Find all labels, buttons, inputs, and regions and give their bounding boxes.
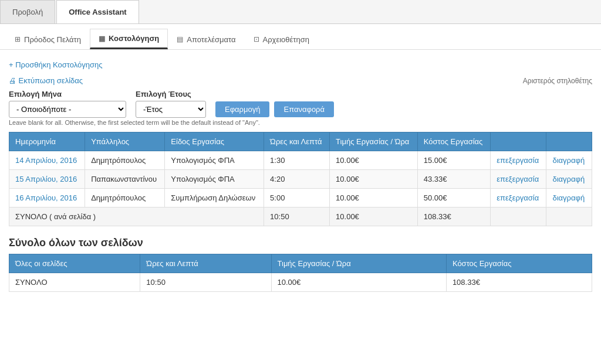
- tab-kostologisi[interactable]: ▦ Κοστολόγηση: [90, 29, 168, 49]
- main-table: Ημερομηνία Υπάλληλος Είδος Εργασίας Ώρες…: [9, 132, 592, 226]
- filter-main: Επιλογή Μήνα - Οποιοδήποτε - Επιλογή Έτο…: [9, 90, 334, 126]
- tab-apotelesmata[interactable]: ▤ Αποτελέσματα: [168, 29, 244, 49]
- tab-arxeiothethsi[interactable]: ⊡ Αρχειοθέτηση: [245, 29, 318, 49]
- print-section: 🖨 Εκτύπωση σελίδας Αριστερός στηλοθέτης: [9, 74, 592, 90]
- row-employee: Δημητρόπουλος: [85, 189, 165, 207]
- total-row: ΣΥΝΟΛΟ ( ανά σελίδα ) 10:50 10.00€ 108.3…: [9, 207, 592, 226]
- col-date: Ημερομηνία: [9, 132, 85, 151]
- row-action-delete: διαγραφή: [546, 189, 592, 207]
- top-tab-bar: Προβολή Office Assistant: [0, 0, 601, 24]
- row-rate: 10.00€: [330, 189, 418, 207]
- filter-year-label: Επιλογή Έτους: [136, 90, 206, 98]
- col-employee: Υπάλληλος: [85, 132, 165, 151]
- filter-hint: Leave blank for all. Otherwise, the firs…: [9, 119, 296, 126]
- row-worktype: Υπολογισμός ΦΠΑ: [165, 170, 264, 189]
- summary-header-row: Όλες οι σελίδες Ώρες και Λεπτά Τιμής Εργ…: [9, 254, 592, 273]
- summary-table: Όλες οι σελίδες Ώρες και Λεπτά Τιμής Εργ…: [9, 254, 592, 292]
- filter-year-select[interactable]: -Έτος: [136, 101, 206, 118]
- tab-office-assistant[interactable]: Office Assistant: [56, 0, 139, 23]
- filter-year-group: Επιλογή Έτους -Έτος: [136, 90, 206, 118]
- table-row: 16 Απριλίου, 2016 Δημητρόπουλος Συμπλήρω…: [9, 189, 592, 207]
- kostologisi-icon: ▦: [99, 35, 105, 43]
- row-action-delete: διαγραφή: [546, 151, 592, 170]
- row-action-edit: επεξεργασία: [491, 151, 546, 170]
- main-content: + Προσθήκη Κοστολόγησης 🖨 Εκτύπωση σελίδ…: [0, 50, 601, 298]
- col-action1: [491, 132, 546, 151]
- row-worktype: Συμπλήρωση Δηλώσεων: [165, 189, 264, 207]
- sum-cost: 108.33€: [446, 273, 592, 292]
- filter-month-select[interactable]: - Οποιοδήποτε -: [9, 101, 126, 118]
- apply-button[interactable]: Εφαρμογή: [215, 101, 269, 117]
- total-label: ΣΥΝΟΛΟ ( ανά σελίδα ): [9, 207, 264, 226]
- reset-button[interactable]: Επαναφορά: [274, 101, 334, 117]
- print-link[interactable]: 🖨 Εκτύπωση σελίδας: [9, 76, 83, 85]
- col-action2: [546, 132, 592, 151]
- sum-col-cost: Κόστος Εργασίας: [446, 254, 592, 273]
- filter-inline: Επιλογή Μήνα - Οποιοδήποτε - Επιλογή Έτο…: [9, 90, 334, 118]
- filter-month-label: Επιλογή Μήνα: [9, 90, 126, 98]
- add-kostologisi-link[interactable]: + Προσθήκη Κοστολόγησης: [9, 60, 103, 69]
- filter-month-group: Επιλογή Μήνα - Οποιοδήποτε -: [9, 90, 126, 118]
- apotelesmata-icon: ▤: [177, 35, 183, 43]
- tab-progress[interactable]: ⊞ Πρόοδος Πελάτη: [6, 29, 90, 49]
- row-cost: 15.00€: [417, 151, 490, 170]
- tab-arxeiothethsi-label: Αρχειοθέτηση: [263, 35, 309, 44]
- row-cost: 50.00€: [417, 189, 490, 207]
- row-action-edit: επεξεργασία: [491, 189, 546, 207]
- sum-rate: 10.00€: [271, 273, 446, 292]
- tab-kostologisi-label: Κοστολόγηση: [109, 34, 159, 43]
- table-row: 14 Απριλίου, 2016 Δημητρόπουλος Υπολογισ…: [9, 151, 592, 170]
- row-action-edit: επεξεργασία: [491, 170, 546, 189]
- table-row: 15 Απριλίου, 2016 Παπακωνσταντίνου Υπολο…: [9, 170, 592, 189]
- row-date: 14 Απριλίου, 2016: [9, 151, 85, 170]
- row-date: 16 Απριλίου, 2016: [9, 189, 85, 207]
- col-hours: Ώρες και Λεπτά: [264, 132, 330, 151]
- right-hint: Αριστερός στηλοθέτης: [523, 77, 592, 85]
- row-hours: 1:30: [264, 151, 330, 170]
- row-worktype: Υπολογισμός ΦΠΑ: [165, 151, 264, 170]
- row-action-delete: διαγραφή: [546, 170, 592, 189]
- col-rate: Τιμής Εργασίας / Ώρα: [330, 132, 418, 151]
- summary-row: ΣΥΝΟΛΟ 10:50 10.00€ 108.33€: [9, 273, 592, 292]
- sum-hours: 10:50: [140, 273, 271, 292]
- sum-col-label: Όλες οι σελίδες: [9, 254, 140, 273]
- col-cost: Κόστος Εργασίας: [417, 132, 490, 151]
- sub-tab-bar: ⊞ Πρόοδος Πελάτη ▦ Κοστολόγηση ▤ Αποτελέ…: [0, 24, 601, 50]
- row-hours: 5:00: [264, 189, 330, 207]
- row-rate: 10.00€: [330, 170, 418, 189]
- row-cost: 43.33€: [417, 170, 490, 189]
- row-employee: Παπακωνσταντίνου: [85, 170, 165, 189]
- col-worktype: Είδος Εργασίας: [165, 132, 264, 151]
- sum-col-rate: Τιμής Εργασίας / Ώρα: [271, 254, 446, 273]
- filter-wrapper: Επιλογή Μήνα - Οποιοδήποτε - Επιλογή Έτο…: [9, 90, 592, 126]
- tab-provolh[interactable]: Προβολή: [0, 0, 55, 23]
- tab-apotelesmata-label: Αποτελέσματα: [187, 35, 235, 44]
- table-header-row: Ημερομηνία Υπάλληλος Είδος Εργασίας Ώρες…: [9, 132, 592, 151]
- filter-actions: Εφαρμογή Επαναφορά: [215, 101, 334, 117]
- progress-icon: ⊞: [15, 35, 21, 43]
- tab-progress-label: Πρόοδος Πελάτη: [24, 35, 81, 44]
- sum-label: ΣΥΝΟΛΟ: [9, 273, 140, 292]
- sum-col-hours: Ώρες και Λεπτά: [140, 254, 271, 273]
- summary-title: Σύνολο όλων των σελίδων: [9, 237, 592, 249]
- add-section: + Προσθήκη Κοστολόγησης: [9, 56, 592, 74]
- row-employee: Δημητρόπουλος: [85, 151, 165, 170]
- row-hours: 4:20: [264, 170, 330, 189]
- arxeiothethsi-icon: ⊡: [254, 35, 259, 43]
- total-hours: 10:50: [264, 207, 330, 226]
- row-date: 15 Απριλίου, 2016: [9, 170, 85, 189]
- row-rate: 10.00€: [330, 151, 418, 170]
- total-cost: 108.33€: [417, 207, 490, 226]
- total-rate: 10.00€: [330, 207, 418, 226]
